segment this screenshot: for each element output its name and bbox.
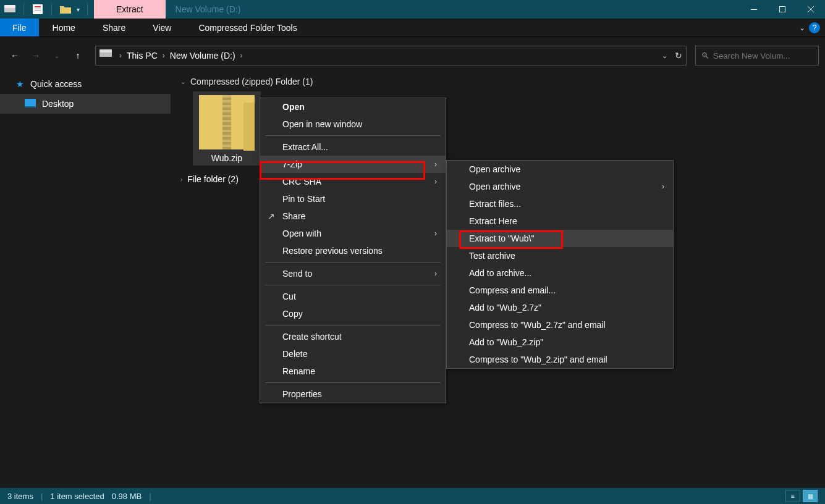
file-tab[interactable]: File [0,19,39,36]
chevron-down-icon: ⌄ [180,78,185,85]
forward-button[interactable]: → [27,47,44,64]
svg-rect-7 [780,7,785,12]
status-item-count: 3 items [7,492,33,501]
chevron-right-icon: › [423,177,437,186]
svg-rect-5 [35,10,41,11]
ctx-copy[interactable]: Copy [260,305,446,322]
up-button[interactable]: ↑ [69,47,87,64]
large-icons-view-button[interactable]: ▦ [803,490,818,502]
sub-open-archive-2-label: Open archive [469,182,520,191]
ctx-share-label: Share [282,211,305,221]
home-tab[interactable]: Home [39,19,89,36]
breadcrumb-volume[interactable]: New Volume (D:) [170,51,235,61]
address-dropdown-icon[interactable]: ⌄ [662,52,667,60]
breadcrumb-this-pc[interactable]: This PC [127,51,158,61]
ctx-7zip[interactable]: 7-Zip› [260,156,446,173]
share-tab[interactable]: Share [89,19,139,36]
ctx-open-new-window[interactable]: Open in new window [260,116,446,133]
refresh-icon[interactable]: ↻ [675,51,682,61]
ctx-send-to[interactable]: Send to› [260,265,446,282]
help-icon[interactable]: ? [809,22,820,33]
sub-extract-to-wub[interactable]: Extract to "Wub\" [447,230,673,247]
address-bar[interactable]: › This PC › New Volume (D:) › ⌄ ↻ [95,46,687,65]
expand-ribbon-icon[interactable]: ⌄ [799,23,805,32]
title-bar: ▾ Extract New Volume (D:) [0,0,825,19]
ctx-share[interactable]: ↗Share [260,208,446,225]
sub-extract-files[interactable]: Extract files... [447,195,673,212]
close-button[interactable] [797,0,825,19]
chevron-right-icon[interactable]: › [119,51,122,60]
back-button[interactable]: ← [6,47,23,64]
chevron-right-icon: › [423,160,437,169]
sub-compress-email[interactable]: Compress and email... [447,282,673,299]
drive-icon[interactable] [4,3,16,15]
details-view-button[interactable]: ≡ [785,490,800,502]
properties-icon[interactable] [32,3,44,15]
ctx-extract-all[interactable]: Extract All... [260,138,446,156]
svg-rect-11 [25,106,36,107]
ribbon-bar: File Home Share View Compressed Folder T… [0,19,825,37]
extract-context-tab[interactable]: Extract [94,0,166,19]
sub-add-to-7z[interactable]: Add to "Wub_2.7z" [447,299,673,316]
ctx-pin-to-start[interactable]: Pin to Start [260,190,446,208]
chevron-right-icon: › [423,269,437,278]
file-name-label: Wub.zip [195,153,258,163]
compressed-folder-tools-tab[interactable]: Compressed Folder Tools [185,19,310,36]
ctx-crc-label: CRC SHA [282,177,321,187]
sub-open-archive-2[interactable]: Open archive› [447,178,673,195]
sub-open-archive-1[interactable]: Open archive [447,161,673,178]
minimize-button[interactable] [740,0,768,19]
status-bar: 3 items | 1 item selected 0.98 MB | ≡ ▦ [0,488,825,504]
sub-add-to-zip[interactable]: Add to "Wub_2.zip" [447,334,673,351]
ctx-open[interactable]: Open [260,98,446,116]
search-box[interactable]: 🔍︎ [695,46,819,65]
navigation-bar: ← → ⌄ ↑ › This PC › New Volume (D:) › ⌄ … [0,43,825,68]
group-label: Compressed (zipped) Folder (1) [190,77,313,86]
quick-access-toolbar: ▾ [0,0,94,19]
drive-icon [99,49,112,62]
sub-add-to-archive[interactable]: Add to archive... [447,264,673,282]
share-icon: ↗ [265,211,277,221]
desktop-item[interactable]: Desktop [0,94,171,114]
recent-dropdown[interactable]: ⌄ [48,47,66,64]
search-input[interactable] [713,51,813,61]
group-compressed[interactable]: ⌄ Compressed (zipped) Folder (1) [180,77,815,86]
chevron-right-icon[interactable]: › [240,51,243,60]
folder-icon[interactable] [59,3,72,15]
svg-rect-9 [99,49,112,52]
chevron-right-icon: › [423,229,437,238]
svg-rect-8 [99,52,112,57]
sub-compress-zip-email[interactable]: Compress to "Wub_2.zip" and email [447,351,673,368]
svg-rect-6 [751,9,757,10]
sub-test-archive[interactable]: Test archive [447,247,673,264]
svg-rect-0 [4,7,15,12]
svg-rect-10 [25,99,36,106]
qat-dropdown-icon[interactable]: ▾ [77,6,80,13]
group-label: File folder (2) [187,174,238,184]
ctx-send-to-label: Send to [282,269,312,279]
quick-access-label: Quick access [30,79,82,89]
quick-access[interactable]: ★ Quick access [0,74,171,94]
ctx-rename[interactable]: Rename [260,363,446,380]
ctx-restore-previous[interactable]: Restore previous versions [260,242,446,259]
ctx-properties[interactable]: Properties [260,385,446,403]
window-title: New Volume (D:) [166,4,241,14]
view-tab[interactable]: View [139,19,185,36]
chevron-right-icon[interactable]: › [163,51,165,60]
sub-compress-7z-email[interactable]: Compress to "Wub_2.7z" and email [447,316,673,334]
file-wub-zip[interactable]: Wub.zip [193,91,261,166]
ctx-delete[interactable]: Delete [260,345,446,363]
zip-folder-icon [199,95,255,149]
desktop-label: Desktop [42,99,74,109]
ctx-crc-sha[interactable]: CRC SHA› [260,173,446,190]
ctx-cut[interactable]: Cut [260,288,446,305]
svg-rect-4 [35,9,41,9]
maximize-button[interactable] [768,0,797,19]
chevron-right-icon: › [180,176,182,183]
sub-extract-here[interactable]: Extract Here [447,212,673,230]
ctx-open-with[interactable]: Open with› [260,225,446,242]
ctx-create-shortcut[interactable]: Create shortcut [260,328,446,345]
ctx-7zip-label: 7-Zip [282,159,302,169]
svg-rect-3 [35,6,41,7]
status-selected: 1 item selected [50,492,104,501]
